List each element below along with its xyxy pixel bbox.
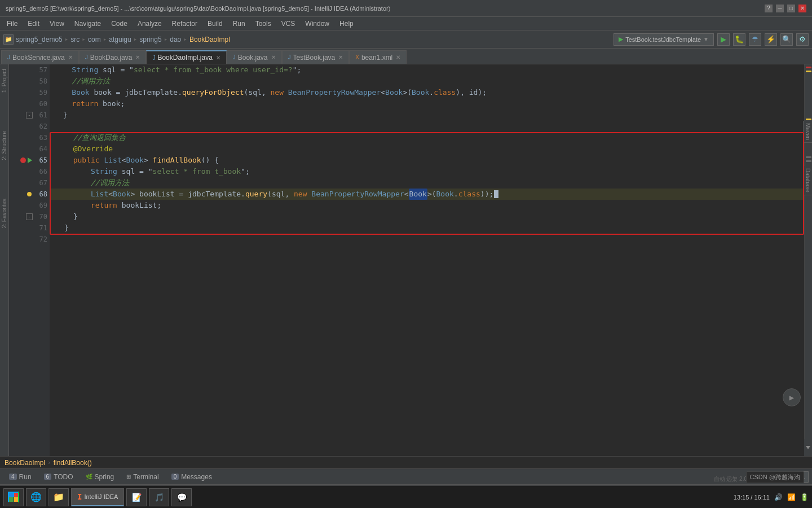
tab-terminal[interactable]: ⊞ Terminal bbox=[121, 471, 164, 483]
breadcrumb-bottom: BookDaoImpl › findAllBook() bbox=[0, 456, 812, 468]
project-icon[interactable]: 📁 bbox=[3, 34, 14, 45]
windows-logo bbox=[8, 492, 19, 503]
close-tab-book[interactable]: ✕ bbox=[271, 54, 276, 60]
window-title: spring5_demo5 [E:\work\spring5_demo5] - … bbox=[6, 5, 390, 12]
menu-tools[interactable]: Tools bbox=[251, 19, 276, 29]
menu-refactor[interactable]: Refactor bbox=[167, 19, 202, 29]
settings-button[interactable]: ⚙ bbox=[796, 33, 809, 46]
gutter-66: 66 bbox=[9, 166, 50, 177]
breakpoint-65[interactable] bbox=[20, 157, 26, 163]
browser-button[interactable]: 🌐 bbox=[26, 488, 46, 506]
maximize-button[interactable]: □ bbox=[787, 5, 795, 12]
coverage-button[interactable]: ☂ bbox=[749, 33, 761, 46]
breadcrumb-com[interactable]: com bbox=[88, 36, 101, 43]
warning-indicator-1 bbox=[806, 71, 811, 72]
run-tab-label: Run bbox=[19, 473, 32, 481]
toolbar-breadcrumb: spring5_demo5 ▸ src ▸ com ▸ atguigu ▸ sp… bbox=[16, 36, 611, 43]
fold-61[interactable]: - bbox=[26, 112, 33, 119]
code-line-57: String sql = "select * from t_book where… bbox=[50, 64, 804, 76]
menu-code[interactable]: Code bbox=[107, 19, 132, 29]
menu-view[interactable]: View bbox=[45, 19, 69, 29]
tab-bookservice[interactable]: J BookService.java ✕ bbox=[1, 50, 79, 64]
code-content[interactable]: String sql = "select * from t_book where… bbox=[50, 64, 804, 456]
app3-button[interactable]: 🎵 bbox=[149, 488, 169, 506]
gutter-67: 67 bbox=[9, 177, 50, 189]
minimize-button[interactable]: ─ bbox=[776, 5, 784, 12]
breadcrumb-project[interactable]: spring5_demo5 bbox=[16, 36, 63, 43]
volume-icon[interactable]: 🔊 bbox=[774, 493, 783, 501]
csdn-badge: CSDN @跨越海沟 bbox=[746, 471, 804, 483]
breadcrumb-dao[interactable]: dao bbox=[170, 36, 181, 43]
tab-spring[interactable]: 🌿 Spring bbox=[80, 471, 120, 483]
tab-messages[interactable]: 0 Messages bbox=[166, 471, 218, 483]
menu-file[interactable]: File bbox=[2, 19, 22, 29]
tab-run[interactable]: 4 Run bbox=[3, 471, 37, 483]
gutter-59: 59 bbox=[9, 87, 50, 98]
database-sidebar-tab[interactable]: Database bbox=[803, 166, 812, 195]
battery-icon[interactable]: 🔋 bbox=[800, 493, 809, 501]
menu-navigate[interactable]: Navigate bbox=[70, 19, 105, 29]
menu-run[interactable]: Run bbox=[228, 19, 250, 29]
code-line-58: //调用方法 bbox=[50, 76, 804, 87]
app4-button[interactable]: 💬 bbox=[171, 488, 192, 506]
menu-edit[interactable]: Edit bbox=[23, 19, 44, 29]
forward-nav-button[interactable]: ▶ bbox=[783, 388, 801, 406]
code-line-66: String sql = "select * from t_book"; bbox=[50, 166, 804, 177]
breadcrumb-bookdaoimpl[interactable]: BookDaoImpl bbox=[189, 36, 230, 43]
close-tab-testbook[interactable]: ✕ bbox=[338, 54, 343, 60]
gutter-64: 64 bbox=[9, 143, 50, 155]
maven-sidebar-tab[interactable]: Maven bbox=[803, 121, 812, 143]
tab-bookdao[interactable]: J BookDao.java ✕ bbox=[79, 50, 147, 64]
menu-vcs[interactable]: VCS bbox=[277, 19, 300, 29]
app2-button[interactable]: 📝 bbox=[126, 488, 147, 506]
close-tab-bean1xml[interactable]: ✕ bbox=[396, 54, 400, 60]
breadcrumb-spring5[interactable]: spring5 bbox=[139, 36, 161, 43]
close-tab-bookdaoimpl[interactable]: ✕ bbox=[216, 55, 220, 61]
editor-area: 1: Project 2: Structure 2: Favorites 57 … bbox=[0, 64, 812, 456]
search-button[interactable]: 🔍 bbox=[780, 33, 793, 46]
file-explorer-button[interactable]: 📁 bbox=[48, 488, 69, 506]
gutter-71: 71 bbox=[9, 222, 50, 234]
breadcrumb-atguigu[interactable]: atguigu bbox=[109, 36, 131, 43]
tab-bean1xml[interactable]: X bean1.xml ✕ bbox=[349, 50, 407, 64]
help-button[interactable]: ? bbox=[765, 5, 773, 12]
menu-analyze[interactable]: Analyze bbox=[133, 19, 166, 29]
breadcrumb-src[interactable]: src bbox=[70, 36, 80, 43]
breadcrumb-class[interactable]: BookDaoImpl bbox=[5, 459, 45, 467]
debug-button[interactable]: 🐛 bbox=[733, 33, 745, 46]
text-cursor bbox=[494, 190, 498, 198]
messages-tab-label: Messages bbox=[181, 473, 212, 481]
sidebar-project-tab[interactable]: 1: Project bbox=[0, 67, 8, 95]
toolbar-right: ▶ TestBook.testJdbcTemplate ▼ ▶ 🐛 ☂ ⚡ 🔍 … bbox=[614, 33, 809, 46]
sidebar-structure-tab[interactable]: 2: Structure bbox=[0, 129, 8, 163]
menu-build[interactable]: Build bbox=[203, 19, 227, 29]
idea-taskbar-btn[interactable]: I IntelliJ IDEA bbox=[71, 488, 124, 506]
gutter-69: 69 bbox=[9, 200, 50, 211]
todo-tab-num: 6 bbox=[44, 474, 52, 480]
close-tab-bookdao[interactable]: ✕ bbox=[135, 54, 140, 60]
run-button[interactable]: ▶ bbox=[717, 33, 730, 46]
start-button[interactable] bbox=[3, 488, 24, 506]
tab-todo[interactable]: 6 TODO bbox=[38, 471, 79, 483]
tab-testbook[interactable]: J TestBook.java ✕ bbox=[282, 50, 350, 64]
gutter-57: 57 bbox=[9, 64, 50, 76]
sidebar-favorites-tab[interactable]: 2: Favorites bbox=[0, 196, 8, 230]
breadcrumb-method[interactable]: findAllBook() bbox=[54, 459, 92, 467]
close-tab-bookservice[interactable]: ✕ bbox=[68, 54, 73, 60]
menu-window[interactable]: Window bbox=[301, 19, 334, 29]
network-icon[interactable]: 📶 bbox=[787, 493, 796, 501]
profile-button[interactable]: ⚡ bbox=[765, 33, 777, 46]
editor-wrapper: 57 58 59 60 - 61 bbox=[9, 64, 812, 456]
menu-help[interactable]: Help bbox=[335, 19, 358, 29]
tab-bookdaoimpl[interactable]: J BookDaoImpl.java ✕ bbox=[146, 50, 226, 64]
close-button[interactable]: ✕ bbox=[798, 5, 806, 12]
breadcrumb-sep-bottom: › bbox=[47, 459, 51, 466]
tab-book[interactable]: J Book.java ✕ bbox=[227, 50, 282, 64]
scroll-end-button[interactable] bbox=[804, 439, 812, 456]
bottom-tabs: 4 Run 6 TODO 🌿 Spring ⊞ Terminal 0 Messa… bbox=[0, 468, 812, 484]
window-controls: ? ─ □ ✕ bbox=[765, 5, 806, 12]
gutter-58: 58 bbox=[9, 76, 50, 87]
run-arrow-65 bbox=[28, 157, 32, 163]
fold-70[interactable]: - bbox=[26, 213, 33, 220]
run-config[interactable]: ▶ TestBook.testJdbcTemplate ▼ bbox=[614, 33, 714, 46]
